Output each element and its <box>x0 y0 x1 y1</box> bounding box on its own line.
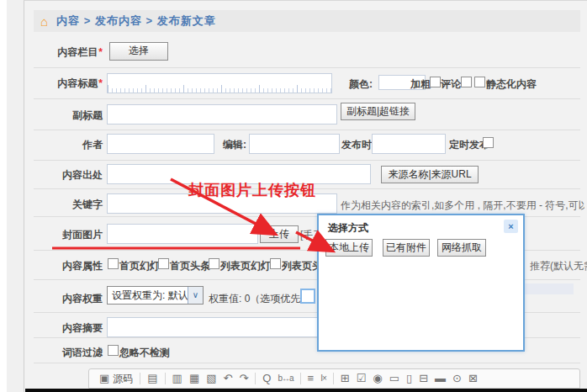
form-icon[interactable]: ⊞ <box>341 369 350 388</box>
attr-right-text: 推荐(默认无需设 <box>530 259 587 273</box>
filter-ignore-checkbox[interactable] <box>108 345 119 356</box>
home-icon[interactable]: ⌂ <box>40 14 48 29</box>
weight-select[interactable]: 设置权重为: 默认 ∨ <box>107 286 204 305</box>
row-divider <box>34 363 580 363</box>
text-field-icon[interactable]: ▭ <box>389 369 399 388</box>
hidden-field-icon[interactable]: ⊠ <box>468 369 478 388</box>
local-upload-button[interactable]: 本地上传 <box>325 239 373 257</box>
select-field-icon[interactable]: ⊟ <box>419 369 428 388</box>
filter-option-label: 忽略不检测 <box>119 346 170 360</box>
image-button-icon[interactable]: ⊙ <box>452 369 462 388</box>
toolbar-separator <box>300 373 301 384</box>
choose-column-button[interactable]: 选择 <box>109 42 168 61</box>
button-icon[interactable]: ▬ <box>435 369 446 388</box>
row-divider <box>34 98 580 99</box>
keywords-label: 关键字 <box>25 198 103 212</box>
author-input[interactable] <box>107 134 214 154</box>
source-name-url-button[interactable]: 来源名称|来源URL <box>381 166 479 183</box>
required-mark: * <box>98 46 103 58</box>
title-label-text: 内容标题 <box>57 77 98 89</box>
summary-label: 内容摘要 <box>25 321 103 336</box>
left-gutter <box>7 0 24 392</box>
attr-checkbox-home-slide[interactable] <box>108 258 119 269</box>
existing-attachment-button[interactable]: 已有附件 <box>383 239 430 257</box>
row-divider <box>34 130 580 130</box>
column-label-text: 内容栏目 <box>57 46 98 58</box>
editor-input[interactable] <box>249 134 340 154</box>
subtitle-input[interactable] <box>107 104 337 124</box>
toolbar-separator <box>165 373 166 384</box>
author-label: 作者 <box>25 138 103 152</box>
dialog-title: 选择方式 <box>328 221 368 236</box>
subtitle-hyperlink-button[interactable]: 副标题|超链接 <box>341 103 415 120</box>
breadcrumb[interactable]: 内容 > 发布内容 > 发布新文章 <box>56 13 216 29</box>
replace-icon[interactable]: b↔a <box>278 369 293 388</box>
toolbar-separator <box>140 373 140 384</box>
new-page-icon[interactable]: ▥ <box>172 369 182 388</box>
attr-option-label: 列表页头条 <box>282 259 317 273</box>
select-all-icon[interactable]: ≡ <box>308 369 315 388</box>
source-icon[interactable]: ▣ <box>99 369 109 388</box>
cover-label: 封面图片 <box>25 228 103 242</box>
attr-label: 内容属性 <box>25 259 103 273</box>
weight-select-value: 设置权重为: 默认 <box>112 289 188 301</box>
page: ⌂ 内容 > 发布内容 > 发布新文章 内容栏目* 选择 内容标题* 颜色: 加… <box>0 0 587 392</box>
choose-method-dialog: 选择方式 × 本地上传 已有附件 网络抓取 <box>317 214 525 352</box>
chevron-down-icon[interactable]: ∨ <box>188 287 203 304</box>
attr-checkbox-home-headline[interactable] <box>158 258 169 269</box>
weight-value-text: 权重值: 0（选项优先） <box>209 292 310 306</box>
weight-label: 内容权重 <box>25 292 103 306</box>
toolbar-separator <box>255 373 256 384</box>
paste-text-icon[interactable]: ▦ <box>189 369 199 388</box>
static-label: 静态化内容 <box>486 77 537 92</box>
radio-icon[interactable]: ◉ <box>373 369 382 388</box>
undo-icon[interactable]: ↶ <box>223 369 232 388</box>
close-icon[interactable]: × <box>504 220 518 233</box>
textarea-icon[interactable]: ▯ <box>406 369 412 388</box>
subtitle-label: 副标题 <box>25 109 103 123</box>
web-fetch-button[interactable]: 网络抓取 <box>437 239 486 257</box>
row-divider <box>34 160 580 161</box>
paste-word-icon[interactable]: ▧ <box>206 369 216 388</box>
timed-publish-checkbox[interactable] <box>483 137 494 148</box>
keywords-hint: 作为相关内容的索引,如多个用 , 隔开,不要用 - 符号,可以用 _ 代替 <box>341 199 584 213</box>
attr-option-label: 首页头条 <box>170 259 210 273</box>
comment-checkbox[interactable] <box>461 77 472 87</box>
title-label: 内容标题* <box>25 77 103 91</box>
find-icon[interactable]: Q <box>262 369 271 388</box>
row-divider <box>34 67 580 68</box>
bold-checkbox[interactable] <box>430 77 441 87</box>
editor-label: 编辑: <box>223 138 246 152</box>
upload-button[interactable]: 上传 <box>260 225 299 243</box>
column-label: 内容栏目* <box>25 45 103 60</box>
redo-icon[interactable]: ↷ <box>239 369 248 388</box>
static-checkbox[interactable] <box>474 77 485 87</box>
pubtime-input[interactable] <box>372 134 446 154</box>
attr-option-label: 列表页幻灯 <box>220 259 271 273</box>
toolbar-separator <box>333 373 334 384</box>
editor-toolbar: ▣ 源码 ▤ ▥ ▦ ▧ ↶ ↷ Q b↔a ≡ I× ⊞ ☑ ◉ ▭ ▯ ⊟ … <box>88 368 580 389</box>
attr-checkbox-list-slide[interactable] <box>209 258 219 269</box>
checkbox-icon[interactable]: ☑ <box>357 369 367 388</box>
attr-checkbox-list-headline[interactable] <box>270 258 281 269</box>
annotation-text: 封面图片上传按钮 <box>188 180 316 200</box>
weight-priority-checkbox[interactable] <box>300 289 315 304</box>
title-input[interactable] <box>107 73 332 93</box>
cover-input[interactable] <box>107 224 258 244</box>
source-label: 内容出处 <box>25 168 103 183</box>
preview-icon[interactable]: ▤ <box>147 369 157 388</box>
color-label: 颜色: <box>349 77 373 92</box>
source-button[interactable]: 源码 <box>113 372 133 386</box>
breadcrumb-bar: ⌂ 内容 > 发布内容 > 发布新文章 <box>34 10 580 32</box>
attr-option-label: 首页幻灯 <box>119 259 160 273</box>
filter-label: 词语过滤 <box>25 346 103 360</box>
bottom-edge-bar <box>25 389 587 392</box>
required-mark: * <box>98 77 103 89</box>
remove-format-icon[interactable]: I× <box>320 369 326 388</box>
